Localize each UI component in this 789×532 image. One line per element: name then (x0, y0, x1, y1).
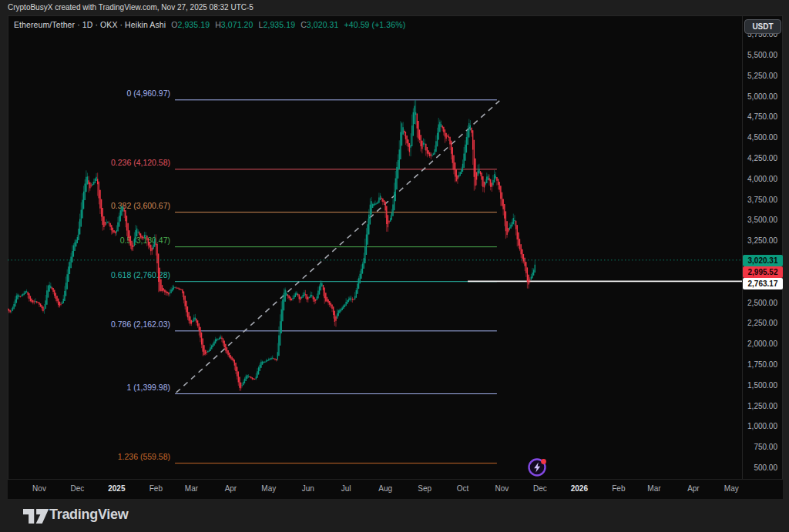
price-chart[interactable]: 0 (4,960.97)0.236 (4,120.58)0.382 (3,600… (0, 0, 789, 532)
price-tick: 2,000.00 (747, 340, 777, 348)
time-tick: 2025 (108, 484, 125, 493)
symbol-title[interactable]: Ethereum/Tether · 1D · OKX · Heikin Ashi (14, 20, 166, 29)
chart-legend: Ethereum/Tether · 1D · OKX · Heikin Ashi… (14, 20, 405, 29)
time-tick: Mar (647, 484, 660, 493)
price-axis[interactable]: 5,750.005,500.005,250.005,000.004,750.00… (742, 15, 783, 479)
ohlc-value: 3,020.31 (307, 20, 339, 29)
price-tick: 4,000.00 (747, 175, 777, 183)
price-tick: 1,000.00 (747, 422, 777, 430)
price-tick: 5,000.00 (747, 92, 777, 101)
time-tick: Apr (687, 484, 700, 493)
fib-label-1: 1 (1,399.98) (126, 383, 170, 392)
price-tick: 5,500.00 (747, 51, 777, 59)
currency-toggle-button[interactable]: USDT (744, 19, 781, 34)
time-tick: Nov (495, 484, 509, 493)
candle-wicks-down (5, 113, 530, 390)
price-tick: 5,250.00 (747, 72, 777, 80)
time-tick: Feb (612, 484, 625, 493)
time-tick: Nov (32, 484, 46, 493)
time-tick: Dec (533, 484, 547, 493)
price-tick: 3,750.00 (747, 196, 777, 204)
candle-bodies-up (11, 105, 536, 386)
price-tick: 500.00 (754, 463, 777, 472)
ohlc-value: 3,071.20 (221, 20, 253, 29)
time-tick: Dec (70, 484, 84, 493)
price-tag: 3,020.31 (743, 255, 783, 266)
time-tick: Jul (341, 484, 351, 493)
tradingview-chart-snapshot: CryptoBusyX created with TradingView.com… (0, 0, 789, 532)
price-tag: 2,763.17 (743, 278, 783, 289)
fib-label-0.382: 0.382 (3,600.67) (111, 201, 170, 210)
change-value: +40.59 (+1.36%) (344, 20, 406, 29)
price-tag: 2,995.52 (743, 266, 783, 278)
candle-bodies-down (5, 113, 530, 388)
price-tick: 4,500.00 (747, 133, 777, 142)
fib-label-0.618: 0.618 (2,760.28) (111, 270, 170, 279)
fib-label-0.786: 0.786 (2,162.03) (111, 320, 170, 329)
ohlc-label: C (300, 20, 307, 29)
price-tick: 3,250.00 (747, 236, 777, 245)
time-tick: Jun (302, 484, 314, 493)
candle-wicks-up (12, 100, 535, 387)
price-tick: 1,250.00 (747, 402, 777, 410)
time-tick: 2026 (571, 484, 588, 493)
time-tick: Mar (185, 484, 198, 493)
time-tick: Apr (225, 484, 237, 493)
price-tick: 4,750.00 (747, 112, 777, 121)
ohlc-label: H (215, 20, 221, 29)
price-tick: 2,500.00 (747, 299, 777, 307)
time-tick: Feb (149, 484, 163, 493)
price-tick: 1,500.00 (747, 381, 777, 390)
time-axis[interactable]: NovDec2025FebMarAprMayJunJulAugSepOctNov… (8, 479, 783, 499)
time-tick: Sep (418, 484, 431, 493)
fib-label-1.236: 1.236 (559.58) (118, 452, 170, 461)
price-tick: 4,250.00 (747, 154, 777, 162)
time-tick: May (261, 484, 276, 493)
ohlc-value: 2,935.19 (177, 20, 210, 29)
time-tick: May (724, 484, 739, 493)
fib-label-0: 0 (4,960.97) (126, 89, 170, 98)
fib-label-0.236: 0.236 (4,120.58) (111, 158, 170, 167)
flash-badge-icon[interactable] (526, 456, 549, 479)
price-tick: 2,250.00 (747, 319, 777, 327)
time-tick: Aug (378, 484, 392, 493)
time-tick: Oct (457, 484, 469, 493)
price-tick: 1,750.00 (747, 360, 777, 369)
price-tick: 3,500.00 (747, 216, 777, 224)
ohlc-values: O2,935.19H3,071.20L2,935.19C3,020.31 (166, 20, 338, 29)
price-tick: 750.00 (754, 443, 777, 451)
fib-label-0.5: 0.5 (3,180.47) (120, 236, 170, 245)
ohlc-value: 2,935.19 (263, 20, 295, 29)
